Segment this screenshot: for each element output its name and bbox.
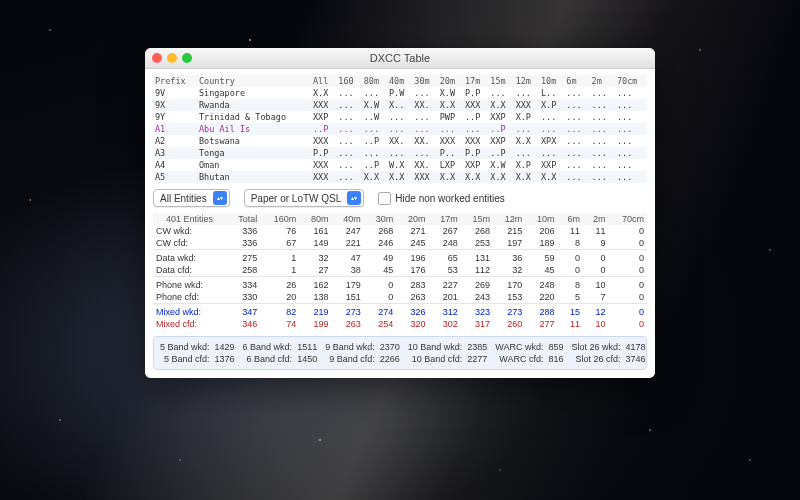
- band-cell: ...: [514, 87, 539, 99]
- stats-cell: 8: [558, 277, 583, 292]
- summary-item: Slot 26 cfd: 3746: [572, 354, 646, 364]
- stats-cell: 283: [396, 277, 428, 292]
- band-cell: X.P: [514, 111, 539, 123]
- stats-cell: 263: [396, 291, 428, 304]
- stats-col-header: 70cm: [608, 213, 647, 225]
- table-row[interactable]: 9XRwandaXXX...X.WX..XX.X.XXXXX.XXXXX.P..…: [153, 99, 647, 111]
- table-row[interactable]: 9VSingaporeX.X......P.W...X.WP.P......L.…: [153, 87, 647, 99]
- stats-col-header: 12m: [493, 213, 525, 225]
- stats-cell: 219: [299, 304, 331, 319]
- stats-cell: 336: [226, 225, 260, 237]
- stats-cell: 268: [461, 225, 493, 237]
- entity-select-label: All Entities: [160, 193, 207, 204]
- stats-cell: 32: [493, 264, 525, 277]
- dxcc-col-header: All: [311, 75, 336, 87]
- stats-cell: 0: [608, 237, 647, 250]
- stats-cell: 320: [396, 318, 428, 330]
- band-cell: ...: [387, 123, 412, 135]
- stats-cell: 74: [260, 318, 299, 330]
- stats-cell: 1: [260, 264, 299, 277]
- stats-cell: 153: [493, 291, 525, 304]
- stats-row: Phone wkd:334261621790283227269170248810…: [153, 277, 647, 292]
- prefix-cell: A2: [153, 135, 197, 147]
- stats-cell: 196: [396, 250, 428, 265]
- stats-cell: 273: [332, 304, 364, 319]
- band-cell: ...: [362, 123, 387, 135]
- stats-cell: 0: [364, 277, 396, 292]
- stats-cell: 0: [583, 264, 608, 277]
- table-row[interactable]: A2BotswanaXXX.....PXX.XX.XXXXXXXXPX.XXPX…: [153, 135, 647, 147]
- band-cell: X.P: [539, 99, 564, 111]
- band-cell: ...: [336, 171, 361, 183]
- stats-cell: 0: [608, 277, 647, 292]
- stats-cell: 247: [332, 225, 364, 237]
- band-cell: ...: [387, 147, 412, 159]
- table-row[interactable]: A5BhutanXXX...X.XX.XXXXX.XX.XX.XX.XX.X..…: [153, 171, 647, 183]
- entity-select[interactable]: All Entities ▴▾: [153, 189, 230, 207]
- band-cell: X.X: [488, 171, 513, 183]
- summary-item: 10 Band wkd: 2385: [408, 342, 488, 352]
- summary-item: WARC cfd: 816: [495, 354, 563, 364]
- table-row[interactable]: A1Abu Ail Is..P....................P....…: [153, 123, 647, 135]
- band-cell: XXP: [488, 111, 513, 123]
- stats-cell: 0: [364, 291, 396, 304]
- band-cell: X.X: [362, 171, 387, 183]
- summary-item: 9 Band cfd: 2266: [325, 354, 400, 364]
- entities-count-label: 401 Entities: [153, 213, 226, 225]
- stats-cell: 273: [493, 304, 525, 319]
- band-cell: XXX: [311, 159, 336, 171]
- stats-cell: 112: [461, 264, 493, 277]
- band-cell: W.X: [387, 159, 412, 171]
- titlebar[interactable]: DXCC Table: [145, 48, 655, 69]
- stats-cell: 162: [299, 277, 331, 292]
- band-cell: ...: [336, 135, 361, 147]
- stats-cell: 12: [583, 304, 608, 319]
- band-cell: XXP: [488, 135, 513, 147]
- band-cell: XX.: [412, 159, 437, 171]
- band-cell: X.X: [539, 171, 564, 183]
- band-cell: ...: [615, 135, 647, 147]
- stats-cell: 0: [608, 318, 647, 330]
- stats-cell: 254: [364, 318, 396, 330]
- band-cell: ...: [564, 159, 589, 171]
- stats-cell: 59: [525, 250, 557, 265]
- stats-cell: 243: [461, 291, 493, 304]
- stats-row-label: Mixed cfd:: [153, 318, 226, 330]
- hide-nonworked-checkbox[interactable]: Hide non worked entities: [378, 192, 505, 205]
- band-cell: ...: [387, 111, 412, 123]
- band-cell: LXP: [438, 159, 463, 171]
- stats-cell: 275: [226, 250, 260, 265]
- band-cell: ..P: [362, 135, 387, 147]
- stats-row-label: Phone cfd:: [153, 291, 226, 304]
- band-cell: ...: [336, 147, 361, 159]
- stats-cell: 199: [299, 318, 331, 330]
- stats-row: Mixed cfd:346741992632543203023172602771…: [153, 318, 647, 330]
- band-cell: ...: [590, 99, 615, 111]
- band-cell: XX.: [412, 99, 437, 111]
- stats-cell: 221: [332, 237, 364, 250]
- qsl-select[interactable]: Paper or LoTW QSL ▴▾: [244, 189, 365, 207]
- band-cell: ...: [539, 147, 564, 159]
- dxcc-col-header: 2m: [590, 75, 615, 87]
- country-cell: Bhutan: [197, 171, 311, 183]
- stats-cell: 8: [558, 237, 583, 250]
- stats-cell: 45: [525, 264, 557, 277]
- table-row[interactable]: A4OmanXXX.....PW.XXX.LXPXXPX.WX.PXXP....…: [153, 159, 647, 171]
- stats-cell: 326: [396, 304, 428, 319]
- summary-item: 10 Band cfd: 2277: [408, 354, 488, 364]
- band-cell: XXX: [438, 135, 463, 147]
- stats-col-header: Total: [226, 213, 260, 225]
- dxcc-col-header: Prefix: [153, 75, 197, 87]
- stats-cell: 11: [558, 225, 583, 237]
- table-row[interactable]: A3TongaP.P............P..P.P..P.........…: [153, 147, 647, 159]
- stats-cell: 260: [493, 318, 525, 330]
- table-row[interactable]: 9YTrinidad & TobagoXXP.....W......PWP..P…: [153, 111, 647, 123]
- stats-col-header: 30m: [364, 213, 396, 225]
- band-cell: X.X: [387, 171, 412, 183]
- summary-item: 9 Band wkd: 2370: [325, 342, 400, 352]
- country-cell: Abu Ail Is: [197, 123, 311, 135]
- stats-cell: 26: [260, 277, 299, 292]
- band-cell: ...: [539, 111, 564, 123]
- prefix-cell: A1: [153, 123, 197, 135]
- stats-col-header: 40m: [332, 213, 364, 225]
